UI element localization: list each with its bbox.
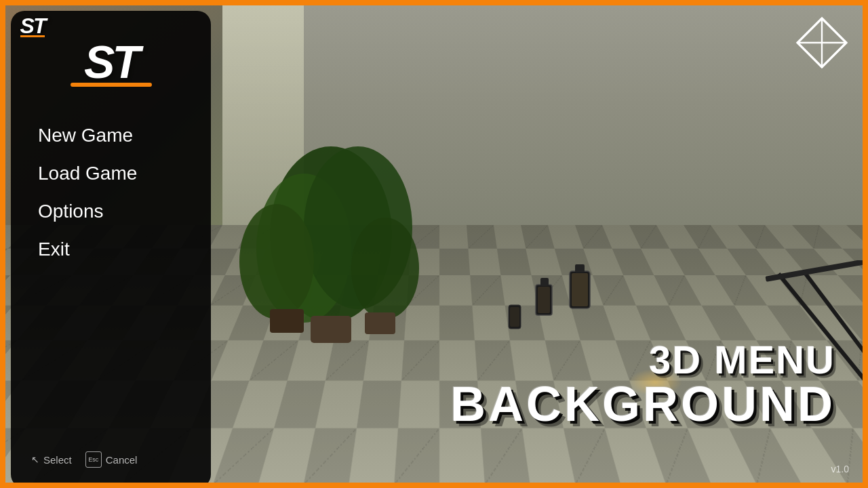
menu-item-load-game[interactable]: Load Game — [38, 157, 197, 190]
left-panel: ST New Game Load Game Options Exit ↖ Sel… — [11, 11, 211, 488]
cancel-label: Cancel — [106, 454, 138, 466]
cancel-control: Esc Cancel — [85, 451, 138, 468]
svg-rect-12 — [538, 287, 550, 313]
svg-line-22 — [822, 18, 846, 43]
cursor-icon: ↖ — [31, 454, 39, 465]
root-container: ST 3D MENU BACKGROUND v1.0 ST New Gam — [0, 0, 868, 488]
unity-logo — [795, 16, 849, 70]
svg-rect-5 — [311, 316, 351, 343]
svg-rect-18 — [766, 260, 868, 282]
overlay-text: 3D MENU BACKGROUND — [450, 340, 835, 428]
svg-rect-13 — [540, 278, 549, 286]
menu-items-list: New Game Load Game Options Exit — [24, 119, 197, 445]
esc-key-text: Esc — [88, 456, 98, 463]
panel-logo: ST — [64, 31, 159, 92]
svg-point-3 — [239, 204, 314, 319]
plants-svg — [222, 167, 453, 357]
version-text: v1.0 — [831, 464, 849, 474]
svg-rect-9 — [572, 273, 588, 306]
esc-key-icon: Esc — [85, 451, 102, 468]
svg-line-25 — [822, 43, 846, 67]
select-control: ↖ Select — [31, 454, 72, 466]
svg-rect-6 — [270, 309, 304, 333]
menu-item-options[interactable]: Options — [38, 195, 197, 228]
panel-logo-text: ST — [84, 39, 138, 85]
bottom-controls: ↖ Select Esc Cancel — [24, 445, 197, 474]
unity-logo-svg — [795, 16, 849, 70]
corner-logo: ST — [5, 5, 60, 46]
menu-item-new-game[interactable]: New Game — [38, 119, 197, 152]
select-label: Select — [43, 454, 72, 466]
corner-logo-text: ST — [20, 14, 45, 39]
overlay-line2: BACKGROUND — [450, 380, 835, 428]
overlay-line1: 3D MENU — [450, 340, 835, 380]
menu-item-exit[interactable]: Exit — [38, 233, 197, 266]
svg-line-23 — [797, 18, 822, 43]
svg-point-4 — [351, 218, 419, 319]
svg-line-24 — [797, 43, 822, 67]
svg-rect-15 — [510, 307, 519, 327]
svg-rect-7 — [365, 312, 395, 334]
svg-rect-10 — [575, 264, 585, 272]
